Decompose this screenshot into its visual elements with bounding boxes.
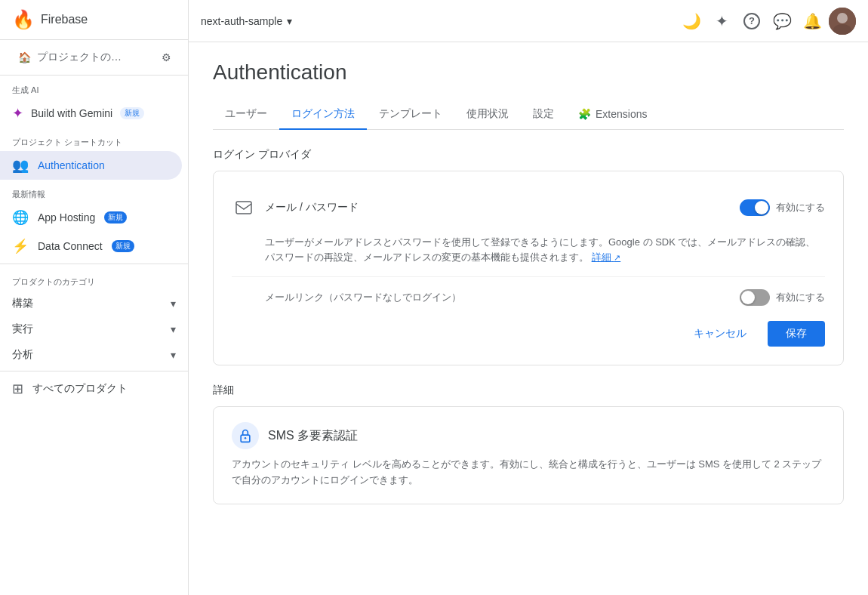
run-section-btn[interactable]: 実行 ▾ [0, 316, 188, 342]
feedback-button[interactable]: 💬 [768, 8, 796, 35]
settings-icon[interactable]: ⚙ [157, 47, 176, 68]
help-button[interactable]: ? [738, 8, 765, 35]
mail-link-toggle-slider [740, 289, 770, 306]
mail-link-toggle-knob [741, 291, 755, 304]
tab-template[interactable]: テンプレート [367, 100, 454, 130]
svg-rect-3 [236, 202, 251, 214]
details-section-title: 詳細 [213, 384, 844, 397]
sidebar-home-button[interactable]: 🏠 プロジェクトの… [12, 46, 128, 69]
sparkle-icon: ✦ [716, 12, 728, 30]
gemini-star-icon: ✦ [12, 105, 23, 122]
firebase-brand-label: Firebase [41, 13, 88, 26]
mail-link-label: メールリンク（パスワードなしでログイン） [265, 291, 740, 304]
tab-login[interactable]: ログイン方法 [279, 100, 367, 130]
sms-card: SMS 多要素認証 アカウントのセキュリティ レベルを高めることができます。有効… [213, 406, 844, 504]
page-title: Authentication [213, 60, 844, 85]
avatar-image [829, 8, 856, 35]
mail-link-toggle-container: 有効にする [740, 289, 825, 306]
email-provider-icon [232, 196, 256, 220]
all-products-label: すべてのプロダクト [32, 382, 128, 396]
sidebar-home-label: プロジェクトの… [37, 51, 122, 64]
extensions-puzzle-icon: 🧩 [578, 108, 591, 120]
gemini-label: Build with Gemini [31, 107, 112, 119]
login-provider-section-title: ログイン プロバイダ [213, 148, 844, 162]
all-products-item[interactable]: ⊞ すべてのプロダクト [0, 375, 188, 403]
mail-link-toggle[interactable] [740, 289, 770, 306]
email-toggle-slider [740, 199, 770, 216]
card-divider [232, 276, 825, 277]
topbar: next-auth-sample ▾ 🌙 ✦ ? 💬 🔔 [189, 0, 868, 42]
sidebar-top-nav: 🏠 プロジェクトの… ⚙ [0, 40, 188, 76]
page-content: Authentication ユーザー ログイン方法 テンプレート 使用状況 設… [189, 42, 868, 595]
tab-extensions[interactable]: 🧩 Extensions [566, 100, 659, 130]
sidebar-item-authentication[interactable]: 👥 Authentication [0, 151, 182, 180]
mail-link-toggle-label: 有効にする [776, 291, 825, 304]
analyze-label: 分析 [12, 348, 33, 362]
sms-header: SMS 多要素認証 [232, 422, 825, 449]
tab-usage[interactable]: 使用状況 [454, 100, 521, 130]
email-toggle[interactable] [740, 199, 770, 216]
project-chevron-icon: ▾ [287, 15, 292, 27]
sidebar-item-data-connect[interactable]: ⚡ Data Connect 新規 [0, 232, 182, 261]
app-hosting-label: App Hosting [38, 211, 95, 224]
run-chevron-icon: ▾ [171, 323, 176, 335]
section-product-categories-label: プロダクトのカテゴリ [0, 267, 188, 291]
login-provider-card: メール / パスワード 有効にする ユーザーがメールアドレスとパスワードを使用し… [213, 171, 844, 365]
sidebar: 🔥 Firebase 🏠 プロジェクトの… ⚙ 生成 AI ✦ Build wi… [0, 0, 189, 595]
sparkle-button[interactable]: ✦ [708, 8, 735, 35]
data-connect-icon: ⚡ [12, 238, 29, 254]
sidebar-item-app-hosting[interactable]: 🌐 App Hosting 新規 [0, 203, 182, 232]
auth-label: Authentication [38, 159, 105, 171]
section-generate-ai-label: 生成 AI [0, 76, 188, 99]
project-name: next-auth-sample [201, 15, 282, 27]
bell-icon: 🔔 [803, 12, 822, 30]
mail-link-row: メールリンク（パスワードなしでログイン） 有効にする [265, 289, 825, 306]
cancel-button[interactable]: キャンセル [682, 321, 759, 347]
email-provider-row: メール / パスワード 有効にする [232, 190, 825, 226]
project-selector[interactable]: next-auth-sample ▾ [201, 15, 292, 27]
sms-lock-icon [232, 422, 259, 449]
section-latest-label: 最新情報 [0, 180, 188, 203]
analyze-chevron-icon: ▾ [171, 349, 176, 361]
avatar[interactable] [829, 8, 856, 35]
firebase-logo-icon: 🔥 [12, 9, 35, 30]
tab-users[interactable]: ユーザー [213, 100, 279, 130]
home-icon: 🏠 [18, 51, 31, 63]
sms-title: SMS 多要素認証 [268, 428, 358, 444]
dark-mode-icon: 🌙 [682, 12, 701, 30]
sidebar-header: 🔥 Firebase [0, 0, 188, 40]
gemini-new-badge: 新規 [120, 107, 144, 119]
run-label: 実行 [12, 322, 33, 336]
app-hosting-icon: 🌐 [12, 209, 29, 226]
email-toggle-container: 有効にする [740, 199, 825, 216]
data-connect-label: Data Connect [38, 240, 103, 252]
app-hosting-badge: 新規 [104, 211, 127, 224]
shortcut-section-label: プロジェクト ショートカット [0, 128, 188, 151]
notifications-button[interactable]: 🔔 [799, 8, 826, 35]
sidebar-item-gemini[interactable]: ✦ Build with Gemini 新規 [0, 99, 188, 128]
feedback-icon: 💬 [773, 12, 792, 30]
main-content: next-auth-sample ▾ 🌙 ✦ ? 💬 🔔 [189, 0, 868, 595]
tabs: ユーザー ログイン方法 テンプレート 使用状況 設定 🧩 Extensions [213, 100, 844, 130]
save-button[interactable]: 保存 [768, 321, 825, 347]
build-chevron-icon: ▾ [171, 298, 176, 310]
sms-description: アカウントのセキュリティ レベルを高めることができます。有効にし、統合と構成を行… [232, 457, 825, 489]
external-link-icon: ↗ [614, 253, 620, 262]
svg-point-5 [245, 437, 247, 439]
analyze-section-btn[interactable]: 分析 ▾ [0, 342, 188, 368]
data-connect-badge: 新規 [112, 240, 134, 252]
email-toggle-label: 有効にする [776, 201, 825, 214]
email-toggle-knob [755, 201, 768, 214]
email-provider-name: メール / パスワード [265, 201, 740, 214]
topbar-icons: 🌙 ✦ ? 💬 🔔 [678, 8, 856, 35]
build-section-btn[interactable]: 構築 ▾ [0, 291, 188, 316]
dark-mode-button[interactable]: 🌙 [678, 8, 705, 35]
detail-link[interactable]: 詳細 ↗ [592, 251, 621, 263]
svg-point-1 [837, 13, 848, 23]
help-icon: ? [743, 13, 760, 29]
auth-icon: 👥 [12, 157, 29, 174]
grid-icon: ⊞ [12, 381, 23, 397]
email-description: ユーザーがメールアドレスとパスワードを使用して登録できるようにします。Googl… [265, 235, 825, 264]
build-label: 構築 [12, 297, 33, 310]
tab-settings[interactable]: 設定 [521, 100, 566, 130]
